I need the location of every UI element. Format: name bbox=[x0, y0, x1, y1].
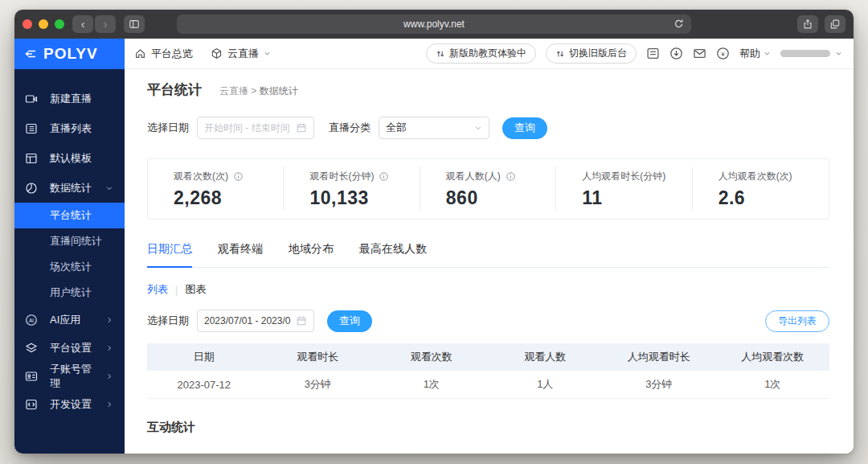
back-button[interactable]: ‹ bbox=[72, 15, 93, 33]
tabs-overview-button[interactable] bbox=[825, 15, 845, 33]
forward-button[interactable]: › bbox=[95, 15, 116, 33]
nav-label: 平台总览 bbox=[151, 47, 193, 61]
query-button[interactable]: 查询 bbox=[502, 117, 547, 139]
url-text: www.polyv.net bbox=[403, 18, 465, 30]
pie-chart-icon bbox=[25, 182, 38, 195]
tab-region-distribution[interactable]: 地域分布 bbox=[289, 242, 334, 268]
nav-cloud-live[interactable]: 云直播 bbox=[211, 47, 271, 61]
sidebar-subitem-label: 平台统计 bbox=[50, 208, 92, 223]
sidebar-subitem-room-statistics[interactable]: 直播间统计 bbox=[14, 228, 125, 254]
date-range-input[interactable]: 开始时间 - 结束时间 bbox=[197, 117, 314, 139]
table-cell-avg-views: 1次 bbox=[716, 371, 830, 398]
breadcrumb-parent[interactable]: 云直播 bbox=[219, 85, 248, 96]
traffic-lights bbox=[23, 19, 64, 29]
sidebar-item-new-live[interactable]: 新建直播 bbox=[14, 84, 125, 113]
address-bar[interactable]: www.polyv.net bbox=[177, 14, 691, 34]
close-window-button[interactable] bbox=[23, 19, 32, 29]
query-button[interactable]: 查询 bbox=[327, 310, 372, 332]
view-toggle-list[interactable]: 列表 bbox=[147, 282, 168, 297]
date-filter-label: 选择日期 bbox=[147, 121, 189, 135]
new-assistant-page-pill[interactable]: 新版助教页体验中 bbox=[426, 43, 536, 64]
stat-label: 人均观看时长(分钟) bbox=[582, 170, 665, 183]
table-filter-bar: 选择日期 2023/07/01 - 2023/07/13 查询 导出列表 bbox=[147, 310, 829, 332]
sidebar-nav: 新建直播 直播列表 默认模板 数据统计 bbox=[14, 69, 125, 418]
help-label: 帮助 bbox=[739, 47, 760, 61]
sidebar-item-platform-settings[interactable]: 平台设置 bbox=[14, 334, 125, 362]
table-header-row: 日期 观看时长 观看次数 观看人数 人均观看时长 人均观看次数 bbox=[147, 343, 829, 371]
cube-icon bbox=[211, 47, 223, 60]
sidebar-subitem-platform-statistics[interactable]: 平台统计 bbox=[14, 203, 125, 228]
column-header: 观看时长 bbox=[261, 343, 375, 371]
table-cell-avg-duration: 3分钟 bbox=[602, 371, 716, 398]
share-icon bbox=[802, 18, 813, 30]
money-icon[interactable]: ¥ bbox=[716, 47, 730, 60]
pill-label: 切换旧版后台 bbox=[569, 47, 627, 60]
view-toggle-chart[interactable]: 图表 bbox=[185, 282, 206, 297]
sidebar-item-live-list[interactable]: 直播列表 bbox=[14, 113, 125, 143]
logo-text: POLYV bbox=[43, 45, 98, 63]
stat-label: 人均观看次数(次) bbox=[719, 170, 792, 183]
switch-old-console-pill[interactable]: 切换旧版后台 bbox=[546, 43, 637, 64]
main-content: 平台统计 云直播 > 数据统计 选择日期 开始时间 - 结束时间 bbox=[125, 69, 854, 454]
date-range-input-filled[interactable]: 2023/07/01 - 2023/07/13 bbox=[197, 310, 314, 332]
filter-bar: 选择日期 开始时间 - 结束时间 直播分类 全部 bbox=[147, 117, 829, 139]
browser-nav-buttons: ‹ › bbox=[72, 15, 116, 33]
info-icon[interactable] bbox=[233, 171, 244, 182]
share-button[interactable] bbox=[797, 15, 818, 33]
tab-view-terminal[interactable]: 观看终端 bbox=[218, 242, 263, 268]
chevron-down-icon bbox=[105, 184, 113, 192]
mail-icon[interactable] bbox=[693, 47, 706, 60]
download-icon[interactable] bbox=[669, 47, 683, 60]
export-list-button[interactable]: 导出列表 bbox=[765, 310, 829, 332]
reload-icon[interactable] bbox=[673, 18, 685, 30]
stat-value: 2,268 bbox=[174, 187, 284, 209]
table-row[interactable]: 2023-07-12 3分钟 1次 1人 3分钟 1次 bbox=[147, 371, 829, 399]
template-icon bbox=[25, 152, 38, 165]
sidebar-item-label: 子账号管理 bbox=[50, 362, 93, 391]
chevron-down-icon bbox=[764, 50, 771, 57]
category-select[interactable]: 全部 bbox=[379, 117, 489, 139]
minimize-window-button[interactable] bbox=[39, 19, 48, 29]
ai-icon: AI bbox=[25, 314, 38, 326]
form-icon[interactable] bbox=[646, 47, 660, 60]
stat-avg-duration: 人均观看时长(分钟) 11 bbox=[556, 159, 692, 219]
sidebar-item-label: 开发设置 bbox=[50, 397, 92, 412]
statistics-table: 日期 观看时长 观看次数 观看人数 人均观看时长 人均观看次数 2023-07-… bbox=[147, 343, 829, 399]
stat-value: 860 bbox=[446, 187, 556, 209]
sidebar-item-label: 直播列表 bbox=[50, 121, 92, 136]
sidebar-subitem-label: 场次统计 bbox=[50, 260, 92, 274]
date-filter-label: 选择日期 bbox=[147, 314, 189, 328]
layers-icon bbox=[25, 342, 38, 355]
maximize-window-button[interactable] bbox=[55, 19, 64, 29]
topbar-right: 新版助教页体验中 切换旧版后台 ¥ 帮助 bbox=[426, 43, 842, 64]
nav-platform-overview[interactable]: 平台总览 bbox=[134, 47, 193, 61]
sidebar-toggle-icon bbox=[129, 18, 140, 30]
info-icon[interactable] bbox=[379, 171, 389, 182]
swap-icon bbox=[555, 49, 565, 59]
info-icon[interactable] bbox=[506, 171, 516, 182]
sidebar-item-subaccount-management[interactable]: 子账号管理 bbox=[14, 362, 125, 390]
column-header: 人均观看时长 bbox=[602, 343, 716, 371]
tab-date-summary[interactable]: 日期汇总 bbox=[147, 242, 192, 268]
sidebar-subitem-session-statistics[interactable]: 场次统计 bbox=[14, 254, 125, 280]
browser-toolbar-right bbox=[797, 15, 845, 33]
account-menu[interactable] bbox=[780, 50, 842, 57]
stat-view-duration: 观看时长(分钟) 10,133 bbox=[284, 159, 420, 219]
sidebar-item-developer-settings[interactable]: 开发设置 bbox=[14, 390, 125, 418]
title-row: 平台统计 云直播 > 数据统计 bbox=[147, 80, 829, 99]
tab-peak-online[interactable]: 最高在线人数 bbox=[359, 242, 427, 268]
sidebar-item-default-template[interactable]: 默认模板 bbox=[14, 143, 125, 173]
logo-block[interactable]: POLYV bbox=[14, 39, 125, 69]
sidebar-item-data-statistics[interactable]: 数据统计 bbox=[14, 173, 125, 203]
breadcrumb-separator: > bbox=[251, 85, 256, 96]
video-camera-icon bbox=[25, 92, 38, 105]
sidebar-subitem-user-statistics[interactable]: 用户统计 bbox=[14, 280, 125, 306]
sidebar-item-ai-apps[interactable]: AI AI应用 bbox=[14, 306, 125, 334]
breadcrumb-current: 数据统计 bbox=[260, 85, 298, 96]
help-menu[interactable]: 帮助 bbox=[739, 47, 771, 61]
svg-text:AI: AI bbox=[29, 317, 34, 322]
stat-view-count: 观看次数(次) 2,268 bbox=[148, 159, 284, 219]
app-frame: POLYV 新建直播 直播列表 默认模板 bbox=[14, 39, 854, 454]
menu-collapse-icon bbox=[24, 47, 37, 60]
sidebar-toggle-button[interactable] bbox=[124, 15, 145, 33]
